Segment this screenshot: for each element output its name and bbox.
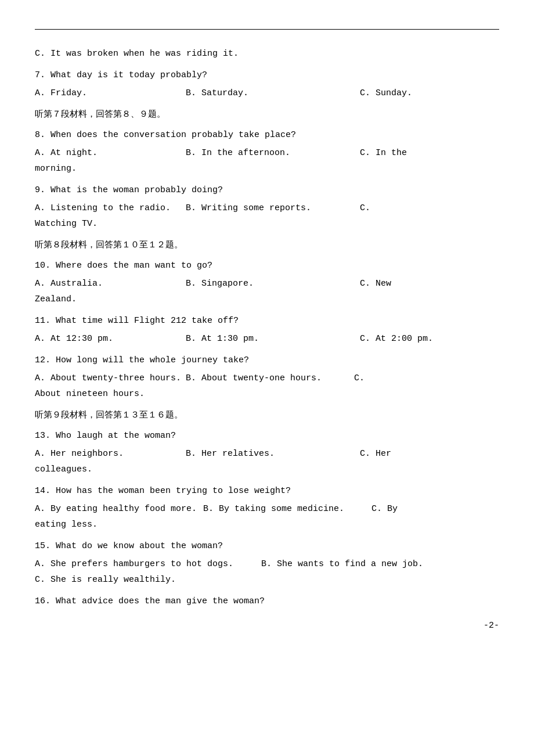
question-14: 14. How has the woman been trying to los… bbox=[35, 483, 499, 499]
question-9: 9. What is the woman probably doing? bbox=[35, 182, 499, 198]
q15-option-c: C. She is really wealthily. bbox=[35, 572, 499, 588]
q7-option-b: B. Saturday. bbox=[186, 85, 360, 101]
question-13: 13. Who laugh at the woman? bbox=[35, 428, 499, 444]
q14-options: A. By eating healthy food more. B. By ta… bbox=[35, 501, 499, 517]
q14-continuation: eating less. bbox=[35, 517, 499, 532]
question-10: 10. Where does the man want to go? bbox=[35, 258, 499, 273]
q10-option-b: B. Singapore. bbox=[186, 276, 360, 291]
q8-option-b: B. In the afternoon. bbox=[186, 145, 360, 161]
q14-option-c: C. By bbox=[371, 501, 499, 517]
question-15: 15. What do we know about the woman? bbox=[35, 538, 499, 554]
q9-option-b: B. Writing some reports. bbox=[186, 200, 360, 216]
question-16: 16. What advice does the man give the wo… bbox=[35, 593, 499, 609]
q9-options: A. Listening to the radio. B. Writing so… bbox=[35, 200, 499, 216]
q9-option-c: C. bbox=[360, 200, 499, 216]
q13-continuation: colleagues. bbox=[35, 462, 499, 477]
top-divider bbox=[35, 29, 499, 30]
q7-option-a: A. Friday. bbox=[35, 85, 186, 101]
q11-option-a: A. At 12:30 pm. bbox=[35, 331, 186, 347]
q9-option-a: A. Listening to the radio. bbox=[35, 200, 186, 216]
q7-option-c: C. Sunday. bbox=[360, 85, 499, 101]
q8-option-c: C. In the bbox=[360, 145, 499, 161]
q15-option-b: B. She wants to find a new job. bbox=[261, 556, 499, 572]
q12-option-a: A. About twenty-three hours. bbox=[35, 370, 186, 386]
question-12: 12. How long will the whole journey take… bbox=[35, 352, 499, 368]
question-7: 7. What day is it today probably? bbox=[35, 67, 499, 83]
q12-option-b: B. About twenty-one hours. bbox=[186, 370, 354, 386]
q13-option-b: B. Her relatives. bbox=[186, 446, 360, 462]
q11-option-c: C. At 2:00 pm. bbox=[360, 331, 499, 347]
q13-options: A. Her neighbors. B. Her relatives. C. H… bbox=[35, 446, 499, 462]
q11-options: A. At 12:30 pm. B. At 1:30 pm. C. At 2:0… bbox=[35, 331, 499, 347]
page-number: -2- bbox=[35, 621, 499, 631]
q14-option-b: B. By taking some medicine. bbox=[203, 501, 371, 517]
q10-continuation: Zealand. bbox=[35, 291, 499, 307]
q13-option-a: A. Her neighbors. bbox=[35, 446, 186, 462]
question-11: 11. What time will Flight 212 take off? bbox=[35, 313, 499, 329]
q15-option-a: A. She prefers hamburgers to hot dogs. bbox=[35, 556, 261, 572]
option-c-continuation: C. It was broken when he was riding it. bbox=[35, 46, 499, 62]
q8-option-a: A. At night. bbox=[35, 145, 186, 161]
q8-options: A. At night. B. In the afternoon. C. In … bbox=[35, 145, 499, 161]
section-13-16: 听第９段材料，回答第１３至１６题。 bbox=[35, 408, 499, 423]
q11-option-b: B. At 1:30 pm. bbox=[186, 331, 360, 347]
section-10-12: 听第８段材料，回答第１０至１２题。 bbox=[35, 237, 499, 253]
q12-option-c: C. bbox=[354, 370, 499, 386]
q13-option-c: C. Her bbox=[360, 446, 499, 462]
q15-options: A. She prefers hamburgers to hot dogs. B… bbox=[35, 556, 499, 572]
section-7-8-9: 听第７段材料，回答第８、９题。 bbox=[35, 107, 499, 123]
q10-option-c: C. New bbox=[360, 276, 499, 291]
q8-continuation: morning. bbox=[35, 161, 499, 177]
q14-option-a: A. By eating healthy food more. bbox=[35, 501, 203, 517]
q12-continuation: About nineteen hours. bbox=[35, 386, 499, 402]
q12-options: A. About twenty-three hours. B. About tw… bbox=[35, 370, 499, 386]
q10-option-a: A. Australia. bbox=[35, 276, 186, 291]
q7-options: A. Friday. B. Saturday. C. Sunday. bbox=[35, 85, 499, 101]
main-content: C. It was broken when he was riding it. … bbox=[35, 46, 499, 609]
q9-continuation: Watching TV. bbox=[35, 216, 499, 232]
question-8: 8. When does the conversation probably t… bbox=[35, 127, 499, 143]
q10-options: A. Australia. B. Singapore. C. New bbox=[35, 276, 499, 291]
